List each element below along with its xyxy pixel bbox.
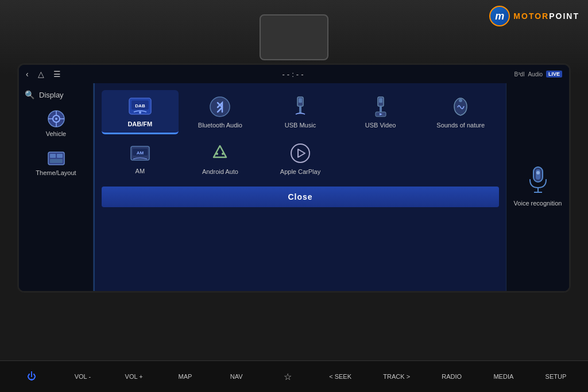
radio-label: RADIO	[442, 373, 462, 380]
status-indicators: B³dl Audio LIVE	[514, 71, 562, 77]
voice-recognition-icon	[525, 166, 551, 195]
modal-empty-1	[342, 138, 419, 180]
sidebar-item-vehicle[interactable]: Vehicle	[25, 104, 87, 142]
vent-grille	[260, 14, 328, 60]
nav-label: NAV	[230, 373, 243, 380]
svg-text:AM: AM	[137, 150, 144, 156]
sidebar-item-theme-layout[interactable]: Theme/Layout	[25, 144, 87, 181]
svg-point-29	[222, 153, 224, 155]
power-icon: ⏻	[27, 371, 36, 382]
apple-carplay-icon	[289, 142, 311, 164]
usb-music-icon	[289, 96, 311, 118]
power-button[interactable]: ⏻	[17, 369, 46, 384]
modal-item-android-auto[interactable]: Android Auto	[182, 138, 259, 180]
vehicle-label: Vehicle	[46, 130, 66, 137]
svg-point-24	[459, 99, 462, 102]
nav-button[interactable]: NAV	[222, 371, 251, 382]
modal-item-sounds-of-nature[interactable]: Sounds of nature	[422, 90, 499, 134]
vol-minus-label: VOL -	[75, 373, 91, 380]
close-button[interactable]: Close	[102, 187, 499, 207]
track-fwd-button[interactable]: TRACK >	[378, 371, 415, 382]
bluetooth-audio-label: Bluetooth Audio	[198, 121, 242, 129]
dab-fm-label: DAB/FM	[127, 120, 152, 128]
display-label: Display	[39, 91, 64, 99]
usb-video-label: USB Video	[365, 121, 396, 129]
svg-rect-17	[299, 98, 302, 103]
svg-point-36	[536, 171, 540, 174]
svg-point-28	[216, 153, 218, 155]
svg-marker-31	[298, 149, 305, 157]
svg-point-30	[291, 144, 310, 162]
usb-music-label: USB Music	[285, 121, 316, 129]
svg-rect-21	[380, 106, 382, 112]
svg-point-2	[55, 118, 57, 120]
search-row: 🔍 Display	[25, 88, 87, 102]
sidebar: 🔍 Display Vehicle	[19, 83, 94, 291]
bottom-controls: ⏻ VOL - VOL + MAP NAV ☆ < SEEK TRACK > R…	[0, 360, 588, 392]
time-display: --:--	[283, 70, 306, 79]
signal-indicator: B³dl	[514, 71, 525, 77]
favorite-button[interactable]: ☆	[273, 369, 302, 385]
svg-rect-20	[379, 98, 382, 103]
usb-video-icon	[370, 96, 392, 118]
svg-rect-10	[50, 159, 63, 163]
live-badge: LIVE	[546, 71, 562, 77]
svg-text:DAB: DAB	[135, 103, 145, 108]
theme-layout-icon	[47, 149, 65, 168]
android-auto-label: Android Auto	[202, 168, 238, 176]
infotainment-screen: ‹ △ ☰ --:-- B³dl Audio LIVE 🔍 Display	[17, 63, 571, 293]
am-label: AM	[136, 167, 145, 175]
vol-plus-label: VOL +	[125, 373, 143, 380]
radio-button[interactable]: RADIO	[437, 371, 466, 382]
seek-back-button[interactable]: < SEEK	[324, 371, 356, 382]
main-content: DAB DAB/FM	[94, 83, 506, 291]
svg-point-14	[139, 111, 141, 114]
star-icon: ☆	[284, 371, 292, 382]
back-icon[interactable]: ‹	[26, 69, 29, 79]
android-auto-icon	[209, 142, 231, 164]
modal-empty-2	[422, 138, 499, 180]
theme-layout-label: Theme/Layout	[36, 169, 76, 176]
screen-body: 🔍 Display Vehicle	[19, 83, 569, 291]
setup-label: SETUP	[546, 373, 567, 380]
status-bar: ‹ △ ☰ --:-- B³dl Audio LIVE	[19, 65, 569, 83]
modal-item-usb-music[interactable]: USB Music	[262, 90, 339, 134]
modal-item-apple-carplay[interactable]: Apple CarPlay	[262, 138, 339, 180]
map-label: MAP	[179, 373, 192, 380]
motorpoint-badge: m	[489, 6, 510, 26]
svg-rect-9	[57, 154, 63, 158]
am-icon: AM	[129, 143, 152, 164]
home-icon[interactable]: △	[38, 69, 44, 79]
svg-rect-8	[50, 154, 56, 158]
media-button[interactable]: MEDIA	[489, 371, 518, 382]
bluetooth-icon	[209, 96, 231, 118]
sounds-of-nature-label: Sounds of nature	[436, 121, 485, 129]
search-icon[interactable]: 🔍	[25, 90, 34, 99]
motorpoint-name: MOTORMOTORPOINTPOINT	[513, 11, 579, 21]
media-label: MEDIA	[493, 373, 513, 380]
audio-indicator: Audio	[528, 71, 543, 77]
setup-button[interactable]: SETUP	[541, 371, 571, 382]
sounds-of-nature-icon	[450, 96, 471, 118]
menu-icon[interactable]: ☰	[53, 69, 61, 79]
map-button[interactable]: MAP	[171, 371, 199, 382]
dab-fm-icon: DAB	[128, 95, 152, 117]
modal-item-dab-fm[interactable]: DAB DAB/FM	[102, 90, 179, 134]
right-panel: Voice recognition	[506, 83, 569, 291]
svg-point-15	[210, 97, 230, 117]
voice-recognition-label: Voice recognition	[514, 199, 562, 208]
modal-item-usb-video[interactable]: USB Video	[342, 90, 419, 134]
nav-icons: ‹ △ ☰	[26, 69, 61, 79]
modal-item-am[interactable]: AM AM	[102, 138, 179, 180]
audio-modal: DAB DAB/FM	[94, 83, 506, 291]
seek-back-label: < SEEK	[329, 373, 351, 380]
motorpoint-logo: m MOTORMOTORPOINTPOINT	[489, 6, 579, 26]
vehicle-icon	[47, 108, 65, 128]
track-fwd-label: TRACK >	[383, 373, 410, 380]
modal-item-bluetooth[interactable]: Bluetooth Audio	[182, 90, 259, 134]
vol-minus-button[interactable]: VOL -	[68, 371, 97, 382]
vol-plus-button[interactable]: VOL +	[119, 371, 148, 382]
apple-carplay-label: Apple CarPlay	[280, 168, 320, 176]
